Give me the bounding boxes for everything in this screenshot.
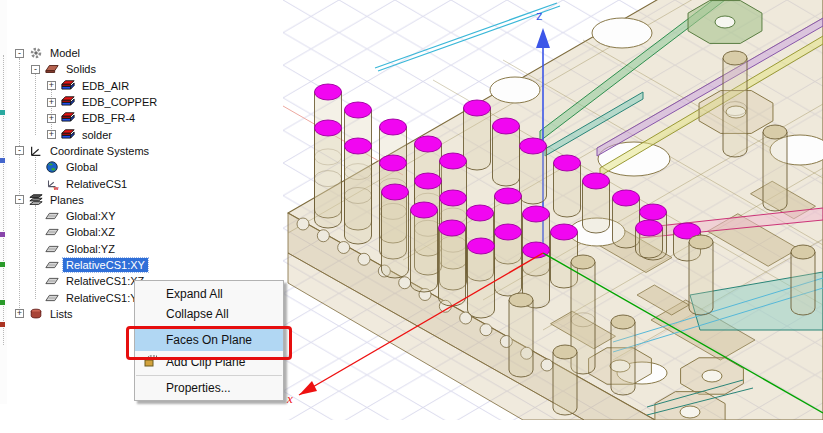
- tree-item-label: solder: [79, 128, 115, 142]
- tree-item-global[interactable]: Global: [7, 159, 283, 175]
- menu-item-expand-all[interactable]: Expand All: [135, 284, 283, 304]
- edge-scallop: [541, 359, 553, 371]
- material-icon: [60, 128, 76, 142]
- highlighted-via: [636, 220, 663, 258]
- magenta-face: [415, 136, 442, 152]
- board-hole: [592, 18, 652, 48]
- magenta-face: [583, 173, 610, 189]
- tree-item-label: Coordinate Systems: [47, 144, 152, 158]
- clipped-icon: [0, 322, 5, 327]
- via-cylinder: [791, 245, 815, 315]
- tree-item-solder[interactable]: +solder: [7, 126, 283, 142]
- tree-item-label: EDB_COPPER: [79, 95, 160, 109]
- left-edge-panel-sliver: [0, 0, 7, 404]
- plane-icon: [44, 209, 60, 223]
- highlighted-via: [520, 138, 547, 204]
- tree-guide-line: [19, 58, 20, 314]
- magenta-face: [440, 190, 467, 206]
- collapse-box[interactable]: -: [15, 146, 24, 155]
- magenta-face: [467, 205, 494, 221]
- svg-text:w: w: [53, 184, 59, 191]
- plane-icon: [44, 291, 60, 305]
- annotation-highlight-box: [126, 326, 292, 360]
- 3d-viewport[interactable]: xz: [283, 0, 823, 420]
- magenta-face: [613, 190, 640, 206]
- tree-item-edb-copper[interactable]: +EDB_COPPER: [7, 94, 283, 110]
- tree-item-label: Global: [63, 160, 101, 174]
- clipped-icon: [0, 232, 5, 237]
- clipped-icon: [0, 158, 5, 163]
- tree-item-global-yz[interactable]: Global:YZ: [7, 241, 283, 257]
- tree-item-label: Global:XZ: [63, 225, 118, 239]
- menu-separator: [136, 375, 282, 376]
- tree-item-relativecs1-xy[interactable]: RelativeCS1:XY: [7, 257, 283, 273]
- plane-icon: [44, 225, 60, 239]
- via-cylinder: [611, 315, 635, 395]
- magenta-face: [523, 242, 550, 258]
- material-icon: [60, 79, 76, 93]
- highlighted-via: [583, 173, 610, 233]
- model-icon: [28, 46, 44, 60]
- menu-item-label: Expand All: [166, 287, 223, 301]
- expand-box[interactable]: +: [47, 98, 56, 107]
- magenta-face: [411, 202, 438, 218]
- plane-icon: [44, 258, 60, 272]
- tree-item-label: Planes: [47, 193, 87, 207]
- highlighted-via: [493, 118, 520, 186]
- magenta-face: [495, 188, 522, 204]
- tree-guide-line: [35, 205, 36, 299]
- highlighted-via: [411, 202, 438, 292]
- cylinder-top: [723, 51, 747, 65]
- expand-box[interactable]: +: [15, 309, 24, 318]
- tree-item-relativecs1[interactable]: wRelativeCS1: [7, 175, 283, 191]
- menu-item-properties[interactable]: Properties...: [135, 378, 283, 398]
- highlighted-via: [345, 138, 372, 244]
- modeler-window: xz -Model-Solids+EDB_AIR+EDB_COPPER+EDB_…: [0, 0, 823, 433]
- magenta-face: [382, 184, 409, 200]
- expand-box[interactable]: +: [47, 114, 56, 123]
- lists-icon: [28, 307, 44, 321]
- magenta-face: [551, 224, 578, 240]
- edge-scallop: [297, 218, 309, 230]
- tree-item-coordinate-systems[interactable]: -Coordinate Systems: [7, 143, 283, 159]
- cylinder-top: [509, 293, 533, 307]
- menu-item-collapse-all[interactable]: Collapse All: [135, 304, 283, 324]
- magenta-face: [380, 119, 407, 135]
- x-axis-label: x: [286, 391, 293, 406]
- tree-item-label: RelativeCS1: [63, 177, 130, 191]
- highlighted-via: [315, 120, 342, 228]
- collapse-box[interactable]: -: [15, 49, 24, 58]
- expand-box[interactable]: +: [47, 81, 56, 90]
- edge-scallop: [480, 324, 492, 336]
- magenta-face: [415, 173, 442, 189]
- tree-item-edb-air[interactable]: +EDB_AIR: [7, 78, 283, 94]
- magenta-face: [345, 102, 372, 118]
- via-cylinder: [553, 345, 577, 415]
- magenta-face: [464, 100, 491, 116]
- tree-item-planes[interactable]: -Planes: [7, 192, 283, 208]
- tree-item-solids[interactable]: -Solids: [7, 61, 283, 77]
- magenta-face: [495, 224, 522, 240]
- magenta-face: [315, 120, 342, 136]
- tree-item-edb-fr-4[interactable]: +EDB_FR-4: [7, 110, 283, 126]
- expand-box[interactable]: +: [47, 130, 56, 139]
- tree-item-model[interactable]: -Model: [7, 45, 283, 61]
- edge-scallop: [358, 253, 370, 265]
- magenta-face: [439, 220, 466, 236]
- cylinder-top: [571, 255, 595, 269]
- collapse-box[interactable]: -: [31, 65, 40, 74]
- magenta-face: [520, 138, 547, 154]
- via-cylinder: [723, 51, 747, 157]
- collapse-box[interactable]: -: [15, 195, 24, 204]
- clipped-icon: [0, 110, 5, 115]
- tree-item-label: EDB_AIR: [79, 79, 132, 93]
- via-cylinder: [509, 293, 533, 377]
- tree-item-global-xy[interactable]: Global:XY: [7, 208, 283, 224]
- highlighted-via: [554, 155, 581, 217]
- tree-item-label: Model: [47, 46, 83, 60]
- magenta-face: [345, 138, 372, 154]
- menu-item-label: Properties...: [166, 381, 231, 395]
- cylinder-top: [611, 315, 635, 329]
- material-icon: [60, 95, 76, 109]
- tree-item-global-xz[interactable]: Global:XZ: [7, 224, 283, 240]
